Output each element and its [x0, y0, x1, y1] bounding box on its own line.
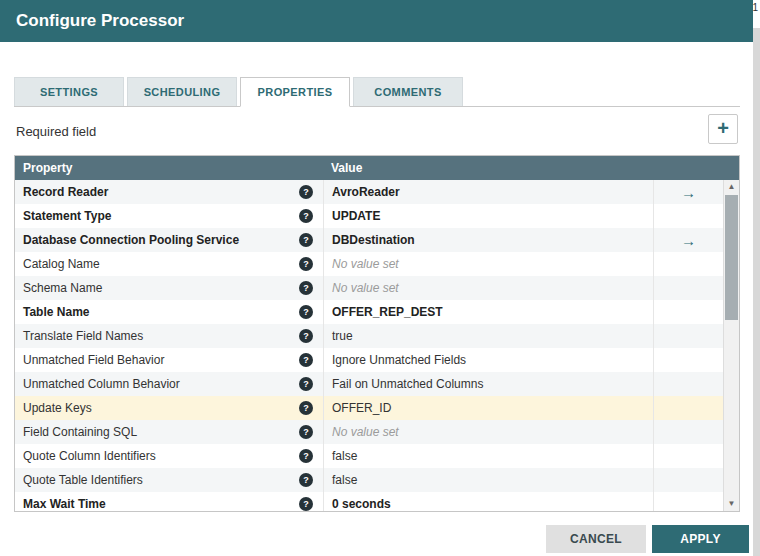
property-row-actions [653, 276, 723, 300]
property-value[interactable]: Ignore Unmatched Fields [323, 348, 653, 372]
tab-scheduling[interactable]: SCHEDULING [127, 77, 237, 106]
property-name: Table Name? [15, 300, 323, 324]
property-name-label: Record Reader [23, 185, 108, 199]
property-name: Record Reader? [15, 180, 323, 204]
property-row[interactable]: Unmatched Field Behavior?Ignore Unmatche… [15, 348, 723, 372]
help-icon[interactable]: ? [299, 329, 313, 343]
property-row[interactable]: Catalog Name?No value set [15, 252, 723, 276]
property-name: Field Containing SQL? [15, 420, 323, 444]
property-row-actions: → [653, 228, 723, 252]
property-row[interactable]: Translate Field Names?true [15, 324, 723, 348]
property-row[interactable]: Statement Type?UPDATE [15, 204, 723, 228]
cancel-button[interactable]: CANCEL [546, 525, 646, 553]
help-icon[interactable]: ? [299, 257, 313, 271]
property-value[interactable]: OFFER_REP_DEST [323, 300, 653, 324]
property-row[interactable]: Schema Name?No value set [15, 276, 723, 300]
property-name-label: Update Keys [23, 401, 92, 415]
go-to-service-icon[interactable]: → [681, 232, 696, 249]
help-icon[interactable]: ? [299, 377, 313, 391]
properties-rows: Record Reader?AvroReader→Statement Type?… [15, 180, 723, 511]
property-row[interactable]: Field Containing SQL?No value set [15, 420, 723, 444]
property-row-actions [653, 468, 723, 492]
property-row[interactable]: Update Keys?OFFER_ID [15, 396, 723, 420]
scroll-down-icon[interactable]: ▼ [724, 497, 739, 511]
scrollbar-thumb[interactable] [725, 195, 738, 320]
property-name-label: Statement Type [23, 209, 111, 223]
help-icon[interactable]: ? [299, 305, 313, 319]
add-property-button[interactable]: + [708, 114, 738, 144]
property-name-label: Field Containing SQL [23, 425, 137, 439]
property-name-label: Translate Field Names [23, 329, 143, 343]
property-name: Unmatched Field Behavior? [15, 348, 323, 372]
property-row-actions [653, 324, 723, 348]
help-icon[interactable]: ? [299, 185, 313, 199]
property-name: Schema Name? [15, 276, 323, 300]
property-name-label: Schema Name [23, 281, 102, 295]
property-name-label: Table Name [23, 305, 89, 319]
property-row-actions [653, 444, 723, 468]
property-row[interactable]: Quote Column Identifiers?false [15, 444, 723, 468]
property-name-label: Quote Table Identifiers [23, 473, 143, 487]
help-icon[interactable]: ? [299, 473, 313, 487]
tab-properties[interactable]: PROPERTIES [240, 77, 350, 107]
property-row[interactable]: Max Wait Time?0 seconds [15, 492, 723, 511]
page-right-strip [753, 28, 760, 556]
help-icon[interactable]: ? [299, 353, 313, 367]
property-row[interactable]: Record Reader?AvroReader→ [15, 180, 723, 204]
table-scrollbar[interactable]: ▲ ▼ [723, 180, 739, 511]
apply-button[interactable]: APPLY [652, 525, 749, 553]
go-to-service-icon[interactable]: → [681, 184, 696, 201]
property-row-actions [653, 204, 723, 228]
property-name: Translate Field Names? [15, 324, 323, 348]
tab-comments[interactable]: COMMENTS [353, 77, 463, 106]
property-value[interactable]: AvroReader [323, 180, 653, 204]
property-value[interactable]: No value set [323, 252, 653, 276]
property-name-label: Catalog Name [23, 257, 100, 271]
property-value[interactable]: DBDestination [323, 228, 653, 252]
property-row[interactable]: Database Connection Pooling Service?DBDe… [15, 228, 723, 252]
help-icon[interactable]: ? [299, 209, 313, 223]
properties-table-body: Record Reader?AvroReader→Statement Type?… [15, 180, 739, 511]
property-value[interactable]: No value set [323, 420, 653, 444]
dialog-title: Configure Processor [0, 0, 753, 42]
property-row-actions [653, 300, 723, 324]
property-row-actions: → [653, 180, 723, 204]
help-icon[interactable]: ? [299, 425, 313, 439]
property-row[interactable]: Unmatched Column Behavior?Fail on Unmatc… [15, 372, 723, 396]
property-name: Statement Type? [15, 204, 323, 228]
property-name: Max Wait Time? [15, 492, 323, 511]
property-row[interactable]: Table Name?OFFER_REP_DEST [15, 300, 723, 324]
property-name: Unmatched Column Behavior? [15, 372, 323, 396]
value-column-header: Value [323, 161, 653, 175]
property-row[interactable]: Quote Table Identifiers?false [15, 468, 723, 492]
help-icon[interactable]: ? [299, 281, 313, 295]
page-overflow-indicator: 1 [752, 2, 758, 13]
property-row-actions [653, 492, 723, 511]
help-icon[interactable]: ? [299, 401, 313, 415]
plus-icon: + [717, 117, 729, 139]
property-row-actions [653, 372, 723, 396]
property-value[interactable]: 0 seconds [323, 492, 653, 511]
property-name: Catalog Name? [15, 252, 323, 276]
help-icon[interactable]: ? [299, 497, 313, 511]
scroll-up-icon[interactable]: ▲ [724, 180, 739, 194]
tab-settings[interactable]: SETTINGS [14, 77, 124, 106]
property-name-label: Unmatched Column Behavior [23, 377, 180, 391]
property-name-label: Unmatched Field Behavior [23, 353, 164, 367]
tab-bar: SETTINGS SCHEDULING PROPERTIES COMMENTS [14, 77, 740, 107]
property-column-header: Property [15, 161, 323, 175]
property-value[interactable]: false [323, 444, 653, 468]
property-value[interactable]: OFFER_ID [323, 396, 653, 420]
property-name: Quote Column Identifiers? [15, 444, 323, 468]
property-row-actions [653, 348, 723, 372]
help-icon[interactable]: ? [299, 233, 313, 247]
property-value[interactable]: true [323, 324, 653, 348]
property-value[interactable]: UPDATE [323, 204, 653, 228]
property-name-label: Quote Column Identifiers [23, 449, 156, 463]
property-value[interactable]: Fail on Unmatched Columns [323, 372, 653, 396]
help-icon[interactable]: ? [299, 449, 313, 463]
property-name: Update Keys? [15, 396, 323, 420]
property-value[interactable]: false [323, 468, 653, 492]
property-name: Database Connection Pooling Service? [15, 228, 323, 252]
property-value[interactable]: No value set [323, 276, 653, 300]
